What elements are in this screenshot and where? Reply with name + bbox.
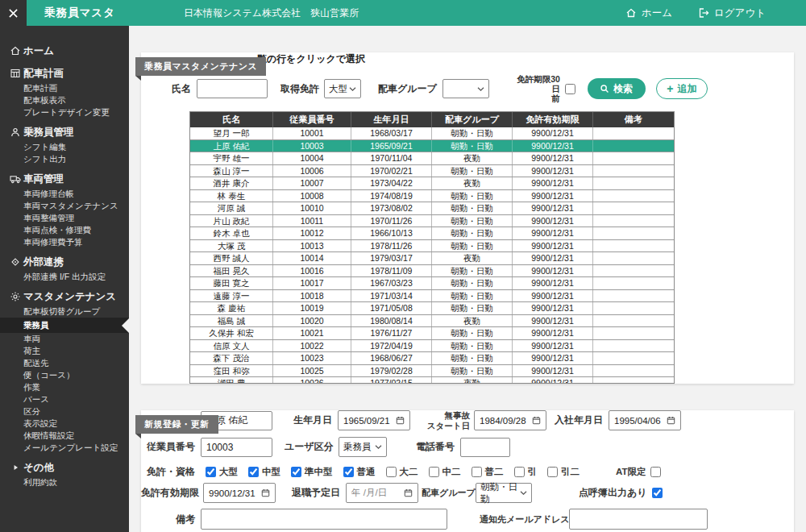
table-row[interactable]: 久保井 和宏 10021 1976/11/27 朝勤・日勤 9900/12/31	[190, 326, 674, 339]
hire-date-field[interactable]: 1995/04/06	[609, 410, 681, 430]
table-row[interactable]: 大塚 茂 10013 1978/11/26 朝勤・日勤 9900/12/31	[190, 239, 674, 252]
sidebar-item-home[interactable]: ホーム	[0, 42, 129, 60]
cell-name: 宇野 雄一	[190, 152, 273, 164]
license-checkbox[interactable]	[386, 467, 397, 477]
table-row[interactable]: 宇野 雄一 10004 1970/11/04 夜勤 9900/12/31	[190, 152, 674, 164]
license-expiry-date-field[interactable]: 9900/12/31	[203, 483, 276, 503]
sidebar-subitem[interactable]: シフト出力	[0, 153, 129, 165]
table-row[interactable]: 酒井 康介 10007 1973/04/22 夜勤 9900/12/31	[190, 177, 674, 189]
employee-no-field[interactable]	[201, 438, 272, 457]
sidebar-subitem[interactable]: シフト編集	[0, 141, 129, 153]
sidebar-subitem[interactable]: 車両点検・修理費	[0, 224, 129, 236]
user-type-select[interactable]: 乗務員	[339, 437, 387, 457]
table-row[interactable]: 河原 誠 10010 1973/08/02 朝勤・日勤 9900/12/31	[190, 202, 674, 214]
cell-license-expiry: 9900/12/31	[513, 190, 593, 202]
cell-birth-date: 1971/03/14	[351, 290, 432, 302]
search-button[interactable]: 検索	[588, 78, 646, 99]
cell-dispatch-group: 朝勤・日勤	[432, 227, 513, 239]
license-checkbox[interactable]	[343, 467, 354, 477]
sidebar-subitem[interactable]: バース	[0, 393, 129, 405]
add-button[interactable]: + 追加	[656, 78, 708, 99]
expiry-filter-checkbox[interactable]	[565, 84, 575, 94]
no-accident-date-field[interactable]: 1984/09/28	[474, 410, 546, 430]
license-checkbox[interactable]	[472, 467, 482, 477]
cell-name: 大塚 茂	[190, 240, 273, 252]
name-search-input[interactable]	[197, 79, 268, 98]
license-select[interactable]: 大型	[324, 79, 361, 98]
cell-birth-date: 1968/06/27	[351, 352, 432, 364]
rollcall-checkbox[interactable]	[652, 488, 663, 498]
sidebar-subitem[interactable]: 配送先	[0, 357, 129, 369]
sidebar-subitem[interactable]: 便（コース）	[0, 369, 129, 381]
sidebar-item-dispatch-plan[interactable]: 配車計画	[0, 64, 129, 82]
table-row[interactable]: 上原 佑紀 10003 1965/09/21 朝勤・日勤 9900/12/31	[190, 139, 674, 152]
table-row[interactable]: 西野 誠人 10014 1979/03/17 夜勤 9900/12/31	[190, 251, 674, 264]
sidebar-subitem[interactable]: 区分	[0, 405, 129, 418]
sidebar-subitem[interactable]: メールテンプレート設定	[0, 442, 129, 454]
sidebar-subitem[interactable]: 配車計画	[0, 82, 129, 94]
birth-date-field[interactable]: 1965/09/21	[338, 410, 410, 430]
phone-field[interactable]	[460, 438, 510, 457]
dispatch-group-select[interactable]: 朝勤・日勤	[476, 483, 532, 503]
sidebar-subitem[interactable]: 配車板切替グループ	[0, 305, 129, 318]
sidebar-subitem[interactable]: 車両	[0, 333, 129, 345]
sidebar-subitem[interactable]: 配車板表示	[0, 94, 129, 106]
table-row[interactable]: 森 慶祐 10019 1971/05/08 朝勤・日勤 9900/12/31	[190, 301, 674, 314]
sidebar-subitem[interactable]: 利用約款	[0, 476, 129, 488]
table-row[interactable]: 遠藤 淳一 10018 1971/03/14 朝勤・日勤 9900/12/31	[190, 289, 674, 302]
license-checkbox[interactable]	[514, 467, 525, 477]
cell-dispatch-group: 朝勤・日勤	[432, 165, 513, 177]
close-button[interactable]	[0, 0, 27, 26]
driver-table: 氏名 従業員番号 生年月日 配車グループ 免許有効期限 備考 望月 一郎 100…	[189, 111, 675, 384]
sidebar-item-master-maintenance[interactable]: マスタメンテナンス	[0, 288, 129, 305]
sidebar-subitem[interactable]: 車両修理台帳	[0, 188, 129, 200]
cell-birth-date: 1972/04/19	[351, 340, 432, 352]
sidebar-subitem[interactable]: 車両修理費予算	[0, 236, 129, 248]
sidebar-subitem[interactable]: プレートデザイン変更	[0, 106, 129, 118]
license-checkbox[interactable]	[429, 467, 439, 477]
table-row[interactable]: 瀬田 豊 10026 1977/02/15 夜勤 9900/12/31	[190, 376, 674, 384]
table-row[interactable]: 望月 一郎 10001 1968/03/17 朝勤・日勤 9900/12/31	[190, 127, 674, 139]
sidebar-subitem[interactable]: 休暇情報設定	[0, 430, 129, 442]
sidebar-subitem[interactable]: 乗務員	[0, 318, 129, 333]
sidebar-item-external-link[interactable]: 外部連携	[0, 253, 129, 271]
cell-employee-no: 10020	[273, 315, 351, 327]
sidebar-subitem[interactable]: 車両整備管理	[0, 212, 129, 224]
table-row[interactable]: 片山 政紀 10011 1970/11/26 朝勤・日勤 9900/12/31	[190, 214, 674, 227]
note-field[interactable]	[201, 509, 447, 530]
sidebar-subitem[interactable]: 作業	[0, 381, 129, 393]
sidebar-subitem[interactable]: 表示設定	[0, 418, 129, 430]
table-row[interactable]: 藤田 寛之 10017 1967/03/23 朝勤・日勤 9900/12/31	[190, 276, 674, 289]
table-row[interactable]: 森山 淳一 10006 1970/02/21 朝勤・日勤 9900/12/31	[190, 164, 674, 177]
sidebar-subitem[interactable]: 車両マスタメンテナンス	[0, 200, 129, 212]
license-checkbox[interactable]	[206, 467, 216, 477]
logout-link[interactable]: ログアウト	[698, 6, 766, 20]
table-row[interactable]: 福田 晃久 10016 1978/11/09 朝勤・日勤 9900/12/31	[190, 264, 674, 277]
table-row[interactable]: 鈴木 卓也 10012 1966/10/13 朝勤・日勤 9900/12/31	[190, 227, 674, 239]
cell-note	[593, 277, 674, 289]
group-select[interactable]	[442, 79, 489, 98]
table-row[interactable]: 窪田 和弥 10025 1979/02/28 朝勤・日勤 9900/12/31	[190, 364, 674, 377]
license-checkbox[interactable]	[248, 467, 259, 477]
table-row[interactable]: 福島 誠 10020 1980/08/14 夜勤 9900/12/31	[190, 314, 674, 327]
license-checkbox[interactable]	[291, 467, 301, 477]
at-limited-checkbox[interactable]	[650, 467, 661, 477]
retire-date-field[interactable]: 年 /月/日	[346, 483, 418, 503]
cell-employee-no: 10019	[273, 302, 351, 314]
cell-note	[593, 140, 674, 152]
table-row[interactable]: 森下 茂治 10023 1968/06/27 朝勤・日勤 9900/12/31	[190, 351, 674, 364]
sidebar-item-others[interactable]: その他	[0, 459, 129, 476]
mail-field[interactable]	[569, 509, 708, 530]
home-link[interactable]: ホーム	[625, 6, 672, 20]
sidebar-subitem[interactable]: 荷主	[0, 345, 129, 357]
sidebar-subitem[interactable]: 外部連携 I/F 出力設定	[0, 271, 129, 283]
license-checkbox[interactable]	[547, 467, 558, 477]
table-row[interactable]: 林 泰生 10008 1974/08/19 朝勤・日勤 9900/12/31	[190, 189, 674, 202]
cell-license-expiry: 9900/12/31	[513, 215, 593, 227]
sidebar-item-vehicle-management[interactable]: 車両管理	[0, 170, 129, 188]
cell-note	[593, 327, 674, 339]
table-header-cell: 免許有効期限	[513, 112, 593, 127]
cell-license-expiry: 9900/12/31	[513, 327, 593, 339]
sidebar-item-crew-management[interactable]: 乗務員管理	[0, 123, 129, 141]
table-row[interactable]: 信原 文人 10022 1972/04/19 朝勤・日勤 9900/12/31	[190, 339, 674, 352]
